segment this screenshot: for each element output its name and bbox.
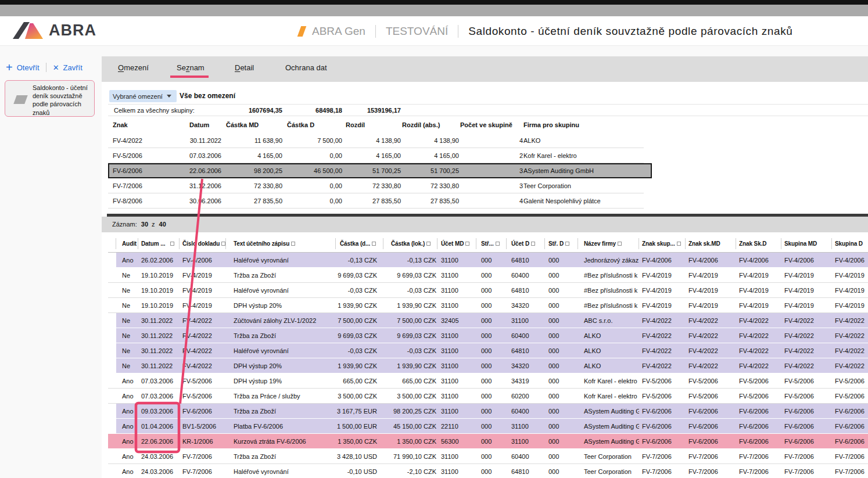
group-col-header[interactable]: Znak <box>108 117 182 133</box>
row-marker-gutter <box>108 434 116 448</box>
journal-table-row[interactable]: Ne30.11.2022FV-4/2022Haléřové vyrovnání-… <box>108 343 868 358</box>
abra-logo: ABRA <box>13 21 96 39</box>
cell: 1 350,00 CZK <box>336 434 383 448</box>
group-table-row[interactable]: FV-7/200631.12.200672 330,800,0072 330,8… <box>108 178 652 193</box>
sort-checkbox[interactable] <box>465 242 469 246</box>
cell: -0,13 CZK <box>383 253 437 267</box>
cell: ABC s.r.o. <box>578 313 639 328</box>
group-col-header[interactable]: Rozdíl (abs.) <box>402 117 460 133</box>
cell: 4 165,00 <box>224 148 285 163</box>
cell: Platba FV-6/2006 <box>226 419 336 433</box>
journal-table-row[interactable]: Ano26.02.2006FV-4/2006Haléřové vyrovnání… <box>108 253 868 268</box>
journal-table-row[interactable]: Ano01.04.2006BV1-5/2006Platba FV-6/20061… <box>108 419 868 434</box>
cell: 9 699,03 CZK <box>383 268 437 282</box>
cell: DPH výstup 20% <box>226 298 336 312</box>
journal-col-header[interactable]: Účet D <box>507 235 545 252</box>
group-col-header[interactable]: Částka D <box>285 117 345 133</box>
journal-col-header[interactable]: Skupina D <box>832 235 868 252</box>
sort-checkbox[interactable] <box>426 242 431 246</box>
journal-col-header[interactable]: Audit <box>116 235 138 252</box>
journal-table-row[interactable]: Ano22.06.2006KR-1/2006Kurzová ztráta FV-… <box>108 434 868 449</box>
cell: 34320 <box>507 298 545 312</box>
cell: Ne <box>116 298 138 312</box>
journal-table-row[interactable]: Ano09.03.2006FV-6/2006Tržba za Zboží3 16… <box>108 404 868 419</box>
tab-omezeni[interactable]: Omezení <box>118 56 149 82</box>
sort-checkbox[interactable] <box>618 242 622 246</box>
open-agenda-card[interactable]: Saldokonto - účetnídeník souvztažněpodle… <box>5 80 95 117</box>
row-marker-gutter <box>108 404 116 418</box>
cell: FV-7/2006 <box>639 449 686 463</box>
sort-checkbox[interactable] <box>170 242 174 246</box>
journal-col-header[interactable]: Datum ... <box>138 235 180 252</box>
journal-table-row[interactable]: Ne19.10.2019FV-4/2019Haléřové vyrovnání-… <box>108 283 868 298</box>
journal-table-row[interactable]: Ano07.03.2006FV-5/2006DPH výstup 19%665,… <box>108 373 868 389</box>
journal-col-header[interactable]: Znak skup... <box>639 235 686 252</box>
cell: 30.11.2022 <box>138 343 180 358</box>
journal-col-header[interactable]: Skupina MD <box>781 235 832 252</box>
cell: ALKO <box>523 133 652 148</box>
sort-checkbox[interactable] <box>677 242 681 246</box>
journal-table-row[interactable]: Ano24.03.2006FV-7/2006Tržba za Zboží3 42… <box>108 449 868 464</box>
sort-checkbox[interactable] <box>565 242 569 246</box>
group-col-header[interactable]: Firma pro skupinu <box>523 117 652 133</box>
app-header: ABRA ABRA Gen TESTOVÁNÍ Saldokonto - úče… <box>0 16 868 46</box>
sort-checkbox[interactable] <box>496 242 500 246</box>
cell: 000 <box>545 343 578 358</box>
cell: FV-4/2006 <box>781 253 832 267</box>
totals-rozdil: 1539196,17 <box>345 105 402 116</box>
group-table-row[interactable]: FV-5/200607.03.20064 165,000,004 165,004… <box>108 148 652 163</box>
cell: Haléřové vyrovnání <box>226 253 336 267</box>
record-count-value: 30 <box>141 221 148 228</box>
group-col-header[interactable]: Datum <box>182 117 224 133</box>
journal-col-header[interactable]: Znak Sk.D <box>736 235 781 252</box>
group-table-row[interactable]: FV-4/202230.11.202211 638,907 500,004 13… <box>108 133 652 148</box>
journal-col-header[interactable]: Název firmy <box>578 235 639 252</box>
journal-table-row[interactable]: Ano07.03.2006FV-5/2006Tržba za Práce / s… <box>108 389 868 404</box>
journal-col-header[interactable]: Text účetního zápisu <box>226 235 336 252</box>
journal-col-header[interactable]: Znak sk.MD <box>686 235 736 252</box>
group-col-header[interactable]: Rozdíl <box>345 117 402 133</box>
cell: FV-4/2019 <box>180 283 226 297</box>
cell: 60400 <box>507 449 545 463</box>
journal-table-row[interactable]: Ne30.11.2022FV-4/2022DPH výstup 20%1 939… <box>108 358 868 373</box>
group-table-row[interactable]: FV-6/200622.06.200698 200,2546 500,0051 … <box>108 163 652 178</box>
journal-col-header[interactable]: Stř... <box>476 235 507 252</box>
cell: FV-4/2019 <box>781 283 832 297</box>
open-button[interactable]: + Otevřít <box>6 63 40 72</box>
cell: FV-4/2019 <box>639 283 686 297</box>
journal-table-row[interactable]: Ne30.11.2022FV-4/2022Tržba za Zboží9 699… <box>108 328 868 343</box>
journal-table-row[interactable]: Ne19.10.2019FV-4/2019DPH výstup 20%1 939… <box>108 298 868 313</box>
journal-col-header[interactable]: Stř. D <box>545 235 578 252</box>
cell: FV-5/2006 <box>639 373 686 388</box>
journal-col-header[interactable]: Částka (d... <box>336 235 383 252</box>
cell: FV-6/2006 <box>686 419 736 433</box>
cell: 3 167,75 EUR <box>336 404 383 418</box>
sort-checkbox[interactable] <box>531 242 535 246</box>
journal-table-row[interactable]: Ano24.03.2006FV-7/2006Haléřové vyrovnání… <box>108 464 868 478</box>
cell: 7 500,00 <box>285 133 345 148</box>
tab-ochrana-dat[interactable]: Ochrana dat <box>285 56 327 82</box>
divider <box>108 116 868 116</box>
journal-col-header[interactable]: Číslo dokladu <box>180 235 226 252</box>
journal-table-row[interactable]: Ne19.10.2019FV-4/2019Tržba za Zboží9 699… <box>108 268 868 283</box>
close-button[interactable]: ✕ Zavřít <box>53 63 83 72</box>
group-col-header[interactable]: Částka MD <box>224 117 285 133</box>
group-col-header[interactable]: Počet ve skupině <box>460 117 523 133</box>
sort-checkbox[interactable] <box>291 242 295 246</box>
sort-checkbox[interactable] <box>372 242 376 246</box>
filter-value: Vše bez omezení <box>180 90 235 102</box>
group-table-row[interactable]: FV-8/200630.06.200627 835,500,0027 835,5… <box>108 193 652 209</box>
sort-checkbox[interactable] <box>221 242 225 246</box>
cell: 665,00 CZK <box>336 373 383 388</box>
abra-gen-window: ABRA ABRA Gen TESTOVÁNÍ Saldokonto - úče… <box>0 0 868 478</box>
cell: ASystem Auditing G <box>578 404 639 418</box>
cell: 2 <box>460 148 523 163</box>
tab-seznam[interactable]: Seznam <box>177 56 205 82</box>
filter-dropdown[interactable]: Vybrané omezení <box>109 90 177 102</box>
tab-detail[interactable]: Detail <box>235 56 254 82</box>
journal-col-header[interactable]: Účet MD <box>437 235 476 252</box>
cell: Ano <box>116 464 138 478</box>
row-marker-gutter <box>108 389 116 403</box>
journal-table-row[interactable]: Ne30.11.2022FV-4/2022Zúčtování zálohy ZL… <box>108 313 868 328</box>
journal-col-header[interactable]: Částka (lok.) <box>383 235 437 252</box>
